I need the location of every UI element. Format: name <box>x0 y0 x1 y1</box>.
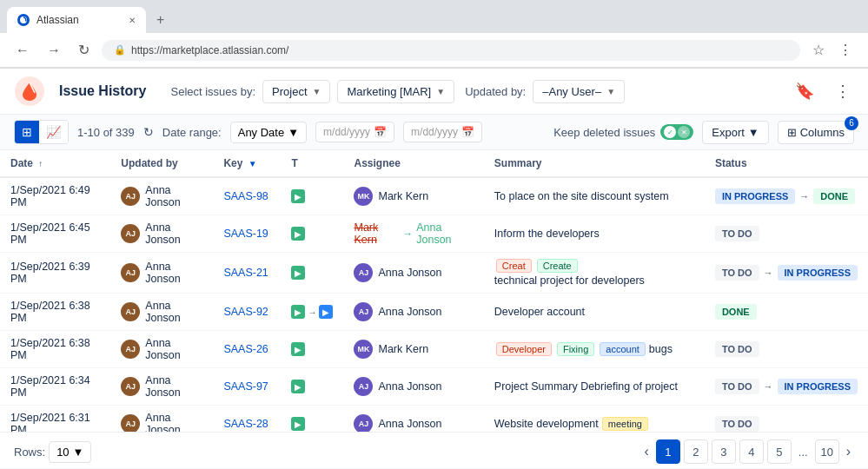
cell-key-1[interactable]: SAAS-19 <box>213 215 281 253</box>
cell-summary-4: DeveloperFixingaccountbugs <box>484 331 705 368</box>
cell-key-5[interactable]: SAAS-97 <box>213 368 281 406</box>
status-badge: TO DO <box>715 341 759 357</box>
columns-badge: 6 <box>845 116 858 130</box>
table-row: 1/Sep/2021 6:38 PMAJAnna JonsonSAAS-92▶→… <box>0 294 868 331</box>
summary-tag: account <box>600 342 646 356</box>
nav-bar: ← → ↻ 🔒 https://marketplace.atlassian.co… <box>0 33 868 68</box>
date-range-dropdown[interactable]: Any Date ▼ <box>230 122 307 143</box>
header-controls: Select issues by: Project ▼ Marketing [M… <box>170 80 625 103</box>
cell-key-3[interactable]: SAAS-92 <box>213 294 281 331</box>
status-to-badge: DONE <box>813 188 855 204</box>
col-summary[interactable]: Summary <box>484 150 705 177</box>
cell-assignee-4: MKMark Kern <box>343 331 483 368</box>
chart-view-button[interactable]: 📈 <box>39 121 68 143</box>
cell-updated-by-0: AJAnna Jonson <box>110 177 213 215</box>
lock-icon: 🔒 <box>114 44 126 56</box>
assignee-avatar: AJ <box>354 377 373 396</box>
cell-date-3: 1/Sep/2021 6:38 PM <box>0 294 110 331</box>
issue-type-icon: ▶ <box>291 189 305 203</box>
calendar-icon: 📅 <box>374 126 387 138</box>
status-arrow-icon: → <box>764 381 773 392</box>
refresh-icon[interactable]: ↻ <box>143 125 154 139</box>
new-tab-button[interactable]: + <box>148 7 173 33</box>
col-type[interactable]: T <box>281 150 343 177</box>
cell-summary-0: To place on the site discount system <box>484 177 705 215</box>
date-from-input[interactable]: m/dd/yyyy 📅 <box>315 122 394 142</box>
cell-status-0: IN PROGRESS→DONE <box>705 177 868 215</box>
summary-tag: meeting <box>602 417 648 431</box>
cell-type-1: ▶ <box>281 215 343 253</box>
prev-page-button[interactable]: ‹ <box>641 440 653 463</box>
date-to-input[interactable]: m/dd/yyyy 📅 <box>403 122 482 142</box>
col-date[interactable]: Date ↑ <box>0 150 110 177</box>
refresh-button[interactable]: ↻ <box>73 38 95 62</box>
keep-deleted-toggle[interactable]: Keep deleted issues ✓ ✕ <box>553 124 693 140</box>
cell-date-0: 1/Sep/2021 6:49 PM <box>0 177 110 215</box>
back-button[interactable]: ← <box>10 39 35 62</box>
cell-type-4: ▶ <box>281 331 343 368</box>
cell-summary-1: Inform the developers <box>484 215 705 253</box>
user-chevron-icon: ▼ <box>606 87 615 96</box>
forward-button[interactable]: → <box>42 39 66 62</box>
tab-bar: Atlassian ✕ + <box>0 0 868 33</box>
more-button[interactable]: ⋮ <box>833 38 858 62</box>
next-page-button[interactable]: › <box>843 440 854 463</box>
date-range-label: Date range: <box>162 126 222 139</box>
cell-updated-by-6: AJAnna Jonson <box>110 406 213 433</box>
status-to-badge: IN PROGRESS <box>778 265 858 281</box>
table-header-row: Date ↑ Updated by Key ▼ T Assignee Summa… <box>0 150 868 177</box>
cell-key-6[interactable]: SAAS-28 <box>213 406 281 433</box>
cell-assignee-3: AJAnna Jonson <box>343 294 483 331</box>
rows-chevron-icon: ▼ <box>73 446 84 459</box>
columns-button[interactable]: ⊞ Columns 6 <box>778 121 854 144</box>
table-row: 1/Sep/2021 6:34 PMAJAnna JonsonSAAS-97▶A… <box>0 368 868 406</box>
bookmark-button[interactable]: ☆ <box>807 38 830 62</box>
col-assignee[interactable]: Assignee <box>343 150 483 177</box>
table-row: 1/Sep/2021 6:39 PMAJAnna JonsonSAAS-21▶A… <box>0 253 868 294</box>
header-more-button[interactable]: ⋮ <box>832 78 854 104</box>
user-dropdown[interactable]: –Any User– ▼ <box>533 80 625 103</box>
summary-tag: Fixing <box>557 342 594 356</box>
tab-close-button[interactable]: ✕ <box>129 16 136 25</box>
toggle-check-icon: ✓ <box>664 126 676 138</box>
summary-tag: Create <box>537 259 578 273</box>
page-3-button[interactable]: 3 <box>712 439 736 464</box>
cell-date-6: 1/Sep/2021 6:31 PM <box>0 406 110 433</box>
calendar-to-icon: 📅 <box>461 126 474 138</box>
app-header: Issue History Select issues by: Project … <box>0 69 868 115</box>
address-bar[interactable]: 🔒 https://marketplace.atlassian.com/ <box>102 40 800 61</box>
marketing-dropdown[interactable]: Marketing [MAR] ▼ <box>337 80 454 103</box>
app-logo <box>14 76 45 107</box>
page-4-button[interactable]: 4 <box>739 439 764 464</box>
issue-type-icon: ▶ <box>291 305 305 319</box>
summary-tag: Creat <box>496 259 532 273</box>
table-row: 1/Sep/2021 6:45 PMAJAnna JonsonSAAS-19▶M… <box>0 215 868 253</box>
table-row: 1/Sep/2021 6:38 PMAJAnna JonsonSAAS-26▶M… <box>0 331 868 368</box>
rows-select[interactable]: 10 ▼ <box>49 441 91 463</box>
cell-key-2[interactable]: SAAS-21 <box>213 253 281 294</box>
col-key[interactable]: Key ▼ <box>213 150 281 177</box>
cell-type-6: ▶ <box>281 406 343 433</box>
cell-assignee-0: MKMark Kern <box>343 177 483 215</box>
cell-date-5: 1/Sep/2021 6:34 PM <box>0 368 110 406</box>
bookmark-icon-button[interactable]: 🔖 <box>792 78 818 104</box>
project-dropdown[interactable]: Project ▼ <box>262 80 330 103</box>
active-tab[interactable]: Atlassian ✕ <box>7 7 146 33</box>
cell-assignee-6: AJAnna Jonson <box>343 406 483 433</box>
cell-key-4[interactable]: SAAS-26 <box>213 331 281 368</box>
page-10-button[interactable]: 10 <box>815 439 839 464</box>
cell-updated-by-5: AJAnna Jonson <box>110 368 213 406</box>
cell-status-6: TO DO <box>705 406 868 433</box>
page-2-button[interactable]: 2 <box>684 439 708 464</box>
col-status[interactable]: Status <box>705 150 868 177</box>
cell-assignee-2: AJAnna Jonson <box>343 253 483 294</box>
page-1-button[interactable]: 1 <box>656 439 680 464</box>
assignee-avatar: MK <box>354 187 373 206</box>
page-5-button[interactable]: 5 <box>767 439 792 464</box>
export-button[interactable]: Export ▼ <box>702 121 768 144</box>
col-updated-by[interactable]: Updated by <box>110 150 213 177</box>
grid-view-button[interactable]: ⊞ <box>15 121 39 143</box>
toggle-switch[interactable]: ✓ ✕ <box>660 124 693 140</box>
cell-date-1: 1/Sep/2021 6:45 PM <box>0 215 110 253</box>
cell-key-0[interactable]: SAAS-98 <box>213 177 281 215</box>
